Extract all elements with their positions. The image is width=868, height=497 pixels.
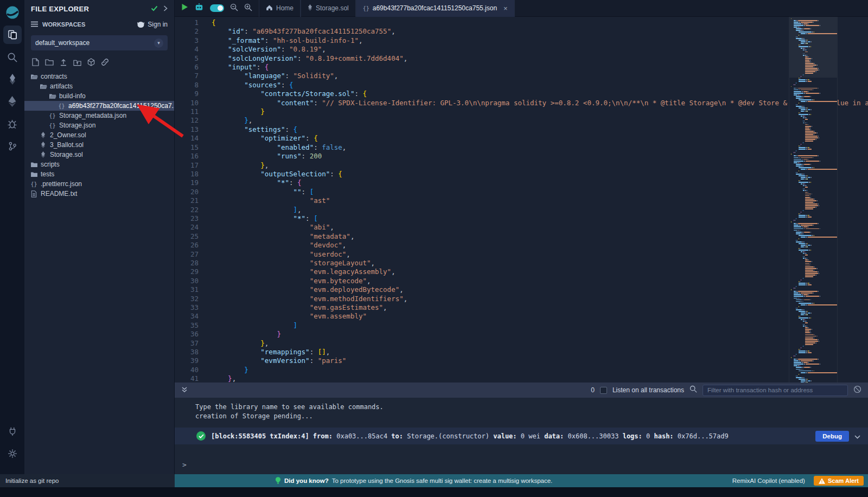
transaction-expand-icon[interactable] [854,431,860,441]
terminal-panel: 0 Listen on all transactions Type the li… [175,383,868,474]
code-line: "evm.bytecode", [212,277,868,285]
close-tab-icon[interactable]: × [503,4,508,12]
workspace-select-value: default_workspace [35,39,90,47]
code-line: "evm.methodIdentifiers", [212,295,868,303]
code-line: } [212,330,868,339]
code-line: "content": "// SPDX-License-Identifier: … [212,99,868,107]
run-script-icon[interactable] [181,3,188,13]
tree-item-label: artifacts [50,82,73,90]
search-icon[interactable] [3,48,22,66]
folder-icon [30,162,38,168]
tabs-container: HomeStorage.sol{}a69b43f277ba20fcac14115… [259,0,515,17]
line-number: 20 [175,188,199,196]
load-from-gist-icon[interactable] [87,58,95,66]
settings-icon[interactable] [3,444,22,463]
terminal-log-line: Type the library name to see available c… [195,403,868,412]
file-explorer-icon[interactable] [3,26,22,44]
editor-code: { "id": "a69b43f277ba20fcac141151250ca75… [206,17,868,383]
home-icon [266,4,273,12]
remix-logo-icon[interactable] [3,3,22,22]
line-number: 31 [175,285,199,294]
workspace-ok-icon [151,5,158,13]
tree-item-contracts[interactable]: contracts [24,72,174,81]
zoom-in-icon[interactable] [244,3,252,14]
line-number: 38 [175,348,199,356]
code-line: } [212,366,868,374]
tab-a69b43f277ba20fcac141151250ca755-json[interactable]: {}a69b43f277ba20fcac141151250ca755.json× [356,0,515,17]
editor-minimap[interactable] [789,17,838,383]
deploy-and-run-icon[interactable] [3,92,22,111]
json-icon: {} [48,123,56,129]
line-number: 26 [175,241,199,250]
window-bottom-strip [0,487,868,497]
debugger-icon[interactable] [3,114,22,133]
tree-item-prettierrc-json[interactable]: {}.prettierrc.json [24,179,174,189]
file-tree: contractsartifactsbuild-info{}a69b43f277… [24,72,174,199]
status-bar: Initialize as git repo Did you know? To … [0,474,868,487]
tree-item-readme-txt[interactable]: README.txt [24,189,174,199]
clear-console-icon[interactable] [853,385,861,396]
tab-storage-sol[interactable]: Storage.sol [301,0,356,17]
tree-item-label: a69b43f277ba20fcac141151250ca7... [68,102,174,110]
line-number: 25 [175,232,199,241]
line-number: 14 [175,134,199,143]
json-icon: {} [363,5,369,11]
workspaces-label: WORKSPACES [42,21,85,28]
line-number: 19 [175,179,199,187]
tree-item-build-info[interactable]: build-info [24,91,174,101]
tree-item-artifacts[interactable]: artifacts [24,81,174,91]
listen-all-checkbox[interactable] [600,387,607,394]
copilot-status[interactable]: RemixAI Copilot (enabled) [732,477,805,484]
line-number: 33 [175,303,199,312]
tree-item-storage-json[interactable]: {}Storage.json [24,120,174,130]
new-file-icon[interactable] [32,58,39,66]
terminal-prompt[interactable]: > [182,461,187,469]
tab-home[interactable]: Home [259,0,301,17]
upload-file-icon[interactable] [60,59,67,66]
plugin-manager-icon[interactable] [3,422,22,441]
sign-in-button[interactable]: Sign in [137,21,168,28]
line-number: 32 [175,295,199,303]
tree-item-2-owner-sol[interactable]: 2_Owner.sol [24,130,174,140]
code-line: "metadata", [212,232,868,241]
file-toolbar [24,53,174,71]
tree-item-3-ballot-sol[interactable]: 3_Ballot.sol [24,140,174,150]
tree-item-label: Storage.json [59,122,95,129]
code-line: "devdoc", [212,241,868,250]
tree-item-storage-metadata-json[interactable]: {}Storage_metadata.json [24,111,174,120]
folder-open-icon [30,74,38,80]
terminal-logs: Type the library name to see available c… [175,398,868,421]
ai-copilot-icon[interactable] [194,3,204,14]
git-init-button[interactable]: Initialize as git repo [0,474,175,487]
scam-alert-badge[interactable]: Scam Alert [814,476,864,486]
code-line: "settings": { [212,125,868,134]
sol-icon [39,132,47,138]
line-number: 2 [175,27,199,36]
json-icon: {} [30,181,38,187]
expand-terminal-icon[interactable] [181,385,188,395]
tree-item-scripts[interactable]: scripts [24,160,174,169]
workspaces-menu-icon[interactable] [31,21,38,28]
upload-folder-icon[interactable] [73,59,81,66]
tree-item-a69b43f277ba20fcac141151250ca7[interactable]: {}a69b43f277ba20fcac141151250ca7... [24,101,174,111]
workspace-select[interactable]: default_workspace ▾ [31,35,168,50]
line-number: 24 [175,223,199,232]
code-line: "evm.legacyAssembly", [212,267,868,276]
code-editor[interactable]: 1234567891011121314151617181920212223242… [175,17,868,383]
tree-item-tests[interactable]: tests [24,169,174,179]
new-folder-icon[interactable] [45,59,54,66]
ai-copilot-toggle[interactable] [210,4,224,12]
line-number: 22 [175,206,199,214]
tree-item-storage-sol[interactable]: Storage.sol [24,150,174,160]
link-icon[interactable] [101,58,109,66]
transaction-filter-input[interactable] [703,385,848,396]
solidity-compiler-icon[interactable] [3,70,22,88]
editor-actions [175,3,259,14]
expand-panel-icon[interactable] [163,5,168,13]
debug-button[interactable]: Debug [815,431,849,442]
tree-item-label: scripts [41,161,60,168]
transaction-row[interactable]: [block:5583405 txIndex:4] from: 0xa03...… [175,428,868,444]
source-control-icon[interactable] [3,137,22,155]
zoom-out-icon[interactable] [230,3,238,14]
line-number: 28 [175,259,199,267]
